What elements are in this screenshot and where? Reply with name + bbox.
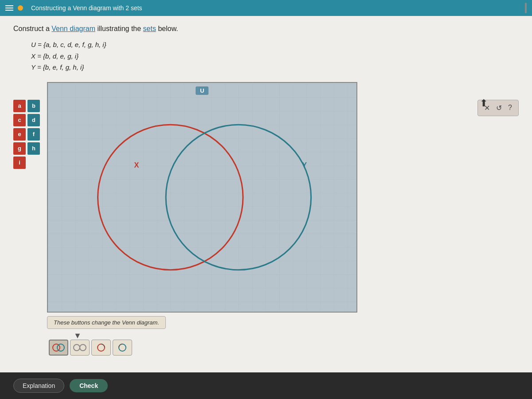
y-label: Y	[302, 161, 307, 169]
diagram-area: a c e g i b d f h U	[13, 82, 519, 356]
tooltip-arrow: ▼	[74, 332, 454, 340]
help-button[interactable]: ?	[508, 104, 512, 112]
svg-point-3	[80, 344, 86, 351]
venn-area: U X Y	[47, 82, 454, 356]
diagram-buttons	[49, 340, 454, 356]
svg-point-1	[57, 344, 64, 351]
letter-columns: a c e g i b d f h	[13, 100, 40, 356]
diagram-bottom: These buttons change the Venn diagram. ▼	[47, 316, 454, 356]
set-Y: Y = {b, e, f, g, h, i}	[31, 62, 519, 73]
diagram-btn-rotate2[interactable]	[113, 340, 132, 356]
venn-diagram-link[interactable]: Venn diagram	[51, 25, 95, 32]
x-label: X	[134, 161, 139, 169]
col1: a c e g i	[13, 100, 26, 169]
explanation-button[interactable]: Explanation	[13, 379, 64, 393]
instruction-prefix: Construct a	[13, 25, 51, 32]
main-content: Construct a Venn diagram illustrating th…	[0, 16, 532, 379]
hamburger-icon[interactable]	[5, 5, 13, 11]
letter-a[interactable]: a	[13, 100, 26, 112]
sets-link[interactable]: sets	[143, 25, 156, 32]
top-bar: Constructing a Venn diagram with 2 sets	[0, 0, 532, 16]
diagram-btn-separate[interactable]	[70, 340, 90, 356]
diagram-btn-overlap[interactable]	[49, 340, 68, 356]
letter-col-pair: a c e g i b d f h	[13, 100, 40, 169]
venn-container: U X Y	[47, 82, 357, 313]
status-dot	[18, 5, 23, 11]
instruction-middle: illustrating the	[95, 25, 143, 32]
letter-f[interactable]: f	[27, 128, 40, 141]
close-button[interactable]: ✕	[484, 104, 490, 112]
top-bar-title: Constructing a Venn diagram with 2 sets	[31, 4, 142, 12]
col2: b d f h	[27, 100, 40, 169]
set-U: U = {a, b, c, d, e, f, g, h, i}	[31, 39, 519, 51]
instruction-text: Construct a Venn diagram illustrating th…	[13, 25, 519, 33]
letter-g[interactable]: g	[13, 142, 26, 155]
letter-d[interactable]: d	[27, 114, 40, 126]
sets-definition: U = {a, b, c, d, e, f, g, h, i} X = {b, …	[31, 39, 519, 73]
letter-h[interactable]: h	[27, 142, 40, 155]
grid-bg	[48, 84, 356, 311]
right-panel: ✕ ↺ ?	[461, 82, 519, 356]
letter-c[interactable]: c	[13, 114, 26, 126]
letter-i[interactable]: i	[13, 156, 26, 169]
svg-point-2	[74, 344, 80, 351]
check-button[interactable]: Check	[70, 379, 108, 392]
letter-e[interactable]: e	[13, 128, 26, 141]
diagram-btn-rotate1[interactable]	[91, 340, 111, 356]
letter-b[interactable]: b	[27, 100, 40, 112]
bottom-bar: Explanation Check	[0, 372, 532, 399]
venn-svg: X Y	[48, 83, 356, 312]
instruction-end: below.	[156, 25, 178, 32]
undo-button[interactable]: ↺	[496, 104, 502, 112]
right-controls: ✕ ↺ ?	[477, 100, 519, 116]
scroll-indicator	[525, 3, 527, 13]
set-X: X = {b, d, e, g, i}	[31, 51, 519, 62]
tooltip-box: These buttons change the Venn diagram.	[47, 316, 166, 329]
